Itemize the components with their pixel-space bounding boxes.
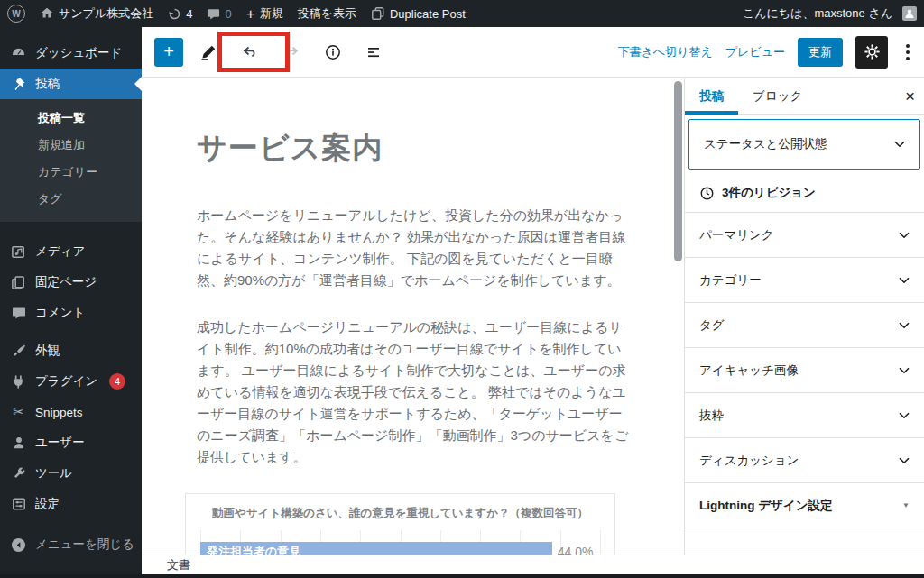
account-menu-link[interactable]: こんにちは、maxstone さん — [735, 0, 924, 27]
paragraph-block-1[interactable]: ホームページをリニューアルしたけど、投資した分の効果が出なかった。そんな経験はあ… — [197, 205, 630, 291]
close-settings-button[interactable]: × — [905, 87, 915, 105]
chevron-down-icon — [899, 367, 910, 374]
updates-link[interactable]: 4 — [161, 0, 199, 27]
wrench-icon — [10, 466, 27, 481]
triangle-down-icon: ▼ — [902, 501, 910, 509]
sidebar-item-pages[interactable]: 固定ページ — [0, 267, 142, 298]
collapse-arrow-icon — [10, 537, 27, 553]
panel-section-lightning-design[interactable]: Lightning デザイン設定 ▼ — [685, 483, 924, 528]
comment-icon — [207, 7, 220, 21]
switch-to-draft-button[interactable]: 下書きへ切り替え — [618, 44, 713, 60]
sidebar-item-posts[interactable]: 投稿 — [0, 69, 142, 99]
chevron-down-icon — [899, 457, 910, 464]
duplicate-post-link[interactable]: Duplicate Post — [364, 0, 473, 27]
panel-section-permalink[interactable]: パーマリンク — [685, 213, 924, 258]
pushpin-icon — [10, 77, 27, 92]
settings-sidebar: 投稿 ブロック × ステータスと公開状態 3件のリビジョン パーマリンク カテゴ… — [684, 78, 924, 555]
more-options-button[interactable] — [901, 39, 915, 66]
avatar — [902, 6, 917, 21]
chevron-down-icon — [894, 141, 905, 148]
sidebar-item-media[interactable]: メディア — [0, 236, 142, 267]
post-title-field[interactable]: サービス案内 — [197, 128, 630, 169]
panel-section-revisions[interactable]: 3件のリビジョン — [685, 174, 924, 213]
redo-button[interactable] — [275, 36, 308, 69]
chart-bar-value: 44.0% — [552, 545, 594, 555]
panel-section-featured-image[interactable]: アイキャッチ画像 — [685, 348, 924, 393]
tab-post[interactable]: 投稿 — [685, 78, 738, 115]
submenu-item-add-new[interactable]: 新規追加 — [0, 132, 142, 159]
sidebar-item-users[interactable]: ユーザー — [0, 427, 142, 458]
dashboard-icon — [10, 46, 27, 61]
view-post-link[interactable]: 投稿を表示 — [291, 0, 364, 27]
chart-title: 動画やサイト構築のさい、誰の意見を重視していますか？（複数回答可） — [186, 494, 614, 527]
scissors-icon: ✂ — [10, 404, 27, 420]
home-icon — [40, 6, 54, 21]
chevron-down-icon — [899, 277, 910, 284]
duplicate-pages-icon — [371, 6, 385, 21]
content-scrollbar[interactable] — [674, 81, 682, 261]
block-inserter-button[interactable]: + — [154, 38, 183, 67]
chart-bar-label: 発注担当者の意見 — [200, 544, 300, 555]
sidebar-item-settings[interactable]: 設定 — [0, 489, 142, 519]
list-view-button[interactable] — [358, 36, 391, 69]
chevron-down-icon — [899, 322, 910, 329]
document-breadcrumb-bar: 文書 — [142, 555, 924, 574]
preview-button[interactable]: プレビュー — [725, 44, 785, 60]
plugin-update-badge: 4 — [109, 373, 125, 390]
settings-icon — [10, 497, 27, 511]
update-icon — [168, 7, 181, 21]
admin-bar: W サンプル株式会社 4 0 + 新規 投稿を表示 Duplicate Post… — [0, 0, 924, 27]
undo-button[interactable] — [234, 36, 266, 69]
plugin-icon — [10, 374, 27, 390]
media-icon — [10, 244, 27, 260]
sidebar-item-tools[interactable]: ツール — [0, 458, 142, 489]
panel-section-excerpt[interactable]: 抜粋 — [685, 393, 924, 438]
wp-logo-button[interactable]: W — [0, 0, 32, 27]
chevron-down-icon — [899, 232, 910, 239]
comments-link[interactable]: 0 — [199, 0, 238, 27]
settings-gear-button[interactable] — [855, 36, 888, 69]
comments-icon — [10, 306, 27, 320]
survey-chart-image-block[interactable]: 動画やサイト構築のさい、誰の意見を重視していますか？（複数回答可） 発注担当者の… — [185, 493, 615, 555]
sidebar-item-appearance[interactable]: 外観 — [0, 335, 142, 366]
sidebar-item-comments[interactable]: コメント — [0, 298, 142, 328]
panel-section-tags[interactable]: タグ — [685, 303, 924, 348]
chevron-down-icon — [899, 412, 910, 419]
submenu-item-categories[interactable]: カテゴリー — [0, 159, 142, 186]
submenu-item-all-posts[interactable]: 投稿一覧 — [0, 105, 142, 132]
clock-icon — [699, 186, 715, 201]
chart-bar: 発注担当者の意見 — [200, 542, 552, 555]
sidebar-item-plugins[interactable]: プラグイン 4 — [0, 366, 142, 397]
gear-icon — [864, 43, 881, 60]
admin-sidebar: ダッシュボード 投稿 投稿一覧 新規追加 カテゴリー タグ メディア 固定ページ… — [0, 27, 142, 578]
editor-canvas: サービス案内 ホームページをリニューアルしたけど、投資した分の効果が出なかった。… — [142, 78, 684, 555]
paragraph-block-2[interactable]: 成功したホームページリニューアルの秘訣は、ユーザー目線によるサイト制作。約10%… — [197, 317, 630, 468]
user-icon — [10, 436, 27, 450]
editor-header: + 下書きへ切り替え プレビュー 更新 — [142, 27, 924, 78]
sidebar-item-snippets[interactable]: ✂ Snippets — [0, 397, 142, 427]
window-bottom-edge — [0, 574, 924, 578]
new-post-link[interactable]: + 新規 — [239, 0, 291, 27]
update-button[interactable]: 更新 — [798, 38, 843, 67]
settings-tabs: 投稿 ブロック × — [685, 78, 924, 115]
wordpress-logo-icon: W — [7, 5, 25, 23]
sidebar-item-dashboard[interactable]: ダッシュボード — [0, 38, 142, 69]
breadcrumb: 文書 — [167, 557, 190, 573]
panel-section-categories[interactable]: カテゴリー — [685, 258, 924, 303]
panel-section-discussion[interactable]: ディスカッション — [685, 438, 924, 483]
chart-plot-area: 発注担当者の意見 44.0% — [200, 530, 600, 555]
submenu-item-tags[interactable]: タグ — [0, 186, 142, 213]
posts-submenu: 投稿一覧 新規追加 カテゴリー タグ — [0, 99, 142, 222]
brush-icon — [10, 344, 27, 359]
site-name-link[interactable]: サンプル株式会社 — [32, 0, 161, 27]
pages-icon — [10, 275, 27, 290]
panel-section-status-visibility[interactable]: ステータスと公開状態 — [688, 119, 920, 170]
collapse-menu-button[interactable]: メニューを閉じる — [0, 528, 142, 561]
tab-block[interactable]: ブロック — [738, 78, 817, 115]
plus-icon: + — [246, 6, 255, 22]
edit-tool-button[interactable] — [192, 36, 225, 69]
info-button[interactable] — [317, 36, 349, 69]
